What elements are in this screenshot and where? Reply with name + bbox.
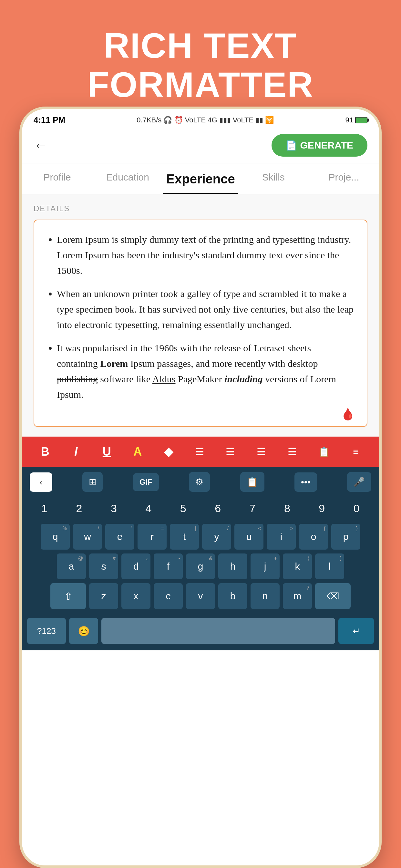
key-a[interactable]: a@	[57, 554, 86, 579]
title-line1: RICH TEXT FORMATTER	[0, 26, 401, 104]
key-c[interactable]: c	[154, 583, 183, 609]
key-r[interactable]: r=	[137, 524, 166, 550]
key-8[interactable]: 8	[273, 499, 301, 518]
numbered-list-button[interactable]: 📋	[315, 444, 333, 460]
space-bar[interactable]	[101, 618, 335, 644]
enter-key[interactable]: ↵	[338, 618, 374, 644]
fill-button[interactable]: ◆	[160, 442, 177, 461]
key-i[interactable]: i>	[267, 524, 296, 550]
key-b[interactable]: b	[218, 583, 247, 609]
keyboard-gif-button[interactable]: GIF	[133, 473, 159, 491]
key-l[interactable]: l)	[315, 554, 344, 579]
tab-profile[interactable]: Profile	[22, 163, 92, 194]
generate-icon: 📄	[286, 140, 297, 151]
key-f[interactable]: f-	[154, 554, 183, 579]
key-4[interactable]: 4	[134, 499, 163, 518]
key-s[interactable]: s#	[89, 554, 118, 579]
key-k[interactable]: k(	[283, 554, 312, 579]
key-m[interactable]: m?	[283, 583, 312, 609]
bullet-list-button[interactable]: ≡	[348, 444, 364, 460]
align-left-button[interactable]: ☰	[191, 444, 207, 460]
keyboard-special-row: ‹ ⊞ GIF ⚙ 📋 ••• 🎤	[22, 467, 379, 496]
key-g[interactable]: g&	[186, 554, 215, 579]
shift-key[interactable]: ⇧	[50, 583, 86, 609]
key-z[interactable]: z	[89, 583, 118, 609]
justify-button[interactable]: ☰	[284, 444, 300, 460]
format-toolbar: B I U A ◆ ☰ ☰ ☰ ☰ 📋 ≡	[22, 437, 379, 467]
keyboard-row-z: ⇧ z x c v b n m? ⌫	[27, 583, 374, 609]
tab-experience[interactable]: Experience	[163, 163, 238, 194]
keyboard-row-q: q% w\ e' r= t| y/ u< i> o{ p}	[27, 524, 374, 550]
bullet-2: When an unknown printer took a galley of…	[57, 286, 354, 333]
editor-box[interactable]: Lorem Ipsum is simply dummy text of the …	[34, 220, 367, 427]
key-j[interactable]: j+	[251, 554, 280, 579]
keyboard-number-row: 1 2 3 4 5 6 7 8 9 0	[22, 496, 379, 521]
key-h[interactable]: h	[218, 554, 247, 579]
key-u[interactable]: u<	[235, 524, 264, 550]
keyboard-letters: q% w\ e' r= t| y/ u< i> o{ p} a@ s# dₓ f…	[22, 521, 379, 616]
align-right-button[interactable]: ☰	[253, 444, 269, 460]
app-header: ← 📄 GENERATE	[22, 128, 379, 163]
key-0[interactable]: 0	[342, 499, 371, 518]
section-label: DETAILS	[34, 204, 367, 213]
keyboard-more-button[interactable]: •••	[295, 472, 317, 492]
phone-frame: 4:11 PM 0.7KB/s 🎧 ⏰ VoLTE 4G ▮▮▮ VoLTE ▮…	[19, 106, 382, 868]
tab-education[interactable]: Education	[92, 163, 163, 194]
key-7[interactable]: 7	[238, 499, 267, 518]
italic-button[interactable]: I	[68, 442, 84, 461]
key-x[interactable]: x	[121, 583, 150, 609]
key-w[interactable]: w\	[73, 524, 102, 550]
keyboard-bottom-row: ?123 😊 ↵	[22, 616, 379, 650]
keyboard-sticker-button[interactable]: ⊞	[82, 472, 103, 492]
keyboard-row-a: a@ s# dₓ f- g& h j+ k( l)	[27, 554, 374, 579]
tab-skills[interactable]: Skills	[238, 163, 309, 194]
tab-projects[interactable]: Proje...	[309, 163, 379, 194]
keyboard-area: ‹ ⊞ GIF ⚙ 📋 ••• 🎤 1 2 3 4 5 6 7 8 9 0 q%	[22, 467, 379, 650]
key-y[interactable]: y/	[202, 524, 231, 550]
tab-bar: Profile Education Experience Skills Proj…	[22, 163, 379, 194]
editor-content[interactable]: Lorem Ipsum is simply dummy text of the …	[47, 232, 354, 402]
bullet-3: It was popularised in the 1960s with the…	[57, 340, 354, 402]
key-1[interactable]: 1	[30, 499, 59, 518]
bold-button[interactable]: B	[37, 442, 53, 461]
key-5[interactable]: 5	[169, 499, 197, 518]
backspace-key[interactable]: ⌫	[315, 583, 351, 609]
underline-button[interactable]: U	[99, 442, 115, 461]
key-n[interactable]: n	[251, 583, 280, 609]
back-button[interactable]: ←	[34, 137, 48, 153]
key-t[interactable]: t|	[170, 524, 199, 550]
key-e[interactable]: e'	[105, 524, 134, 550]
keyboard-clipboard-button[interactable]: 📋	[240, 472, 265, 492]
color-button[interactable]: A	[129, 442, 146, 461]
keyboard-back-button[interactable]: ‹	[30, 472, 52, 492]
hero-title: RICH TEXT FORMATTER	[0, 0, 401, 123]
key-2[interactable]: 2	[65, 499, 93, 518]
content-area: DETAILS Lorem Ipsum is simply dummy text…	[22, 194, 379, 437]
key-emoji[interactable]: 😊	[69, 618, 98, 644]
key-3[interactable]: 3	[99, 499, 128, 518]
key-9[interactable]: 9	[308, 499, 336, 518]
key-6[interactable]: 6	[204, 499, 232, 518]
keyboard-mic-button[interactable]: 🎤	[347, 472, 371, 492]
align-center-button[interactable]: ☰	[222, 444, 238, 460]
keyboard-settings-button[interactable]: ⚙	[189, 472, 210, 492]
key-num123[interactable]: ?123	[27, 618, 66, 644]
bullet-1: Lorem Ipsum is simply dummy text of the …	[57, 232, 354, 278]
key-v[interactable]: v	[186, 583, 215, 609]
drop-icon: 🩸	[341, 407, 355, 421]
key-o[interactable]: o{	[299, 524, 328, 550]
key-d[interactable]: dₓ	[121, 554, 150, 579]
key-p[interactable]: p}	[331, 524, 360, 550]
key-q[interactable]: q%	[41, 524, 70, 550]
generate-button[interactable]: 📄 GENERATE	[272, 134, 367, 157]
